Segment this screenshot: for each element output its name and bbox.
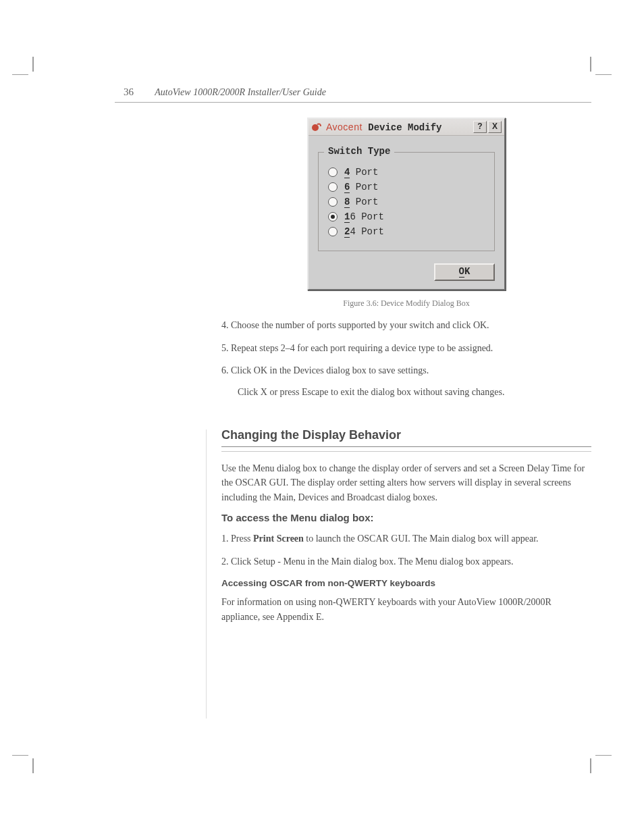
device-modify-dialog: Avocent Device Modify ? X Switch Type [307,118,506,290]
step-5: 5. Repeat steps 2–4 for each port requir… [221,341,591,356]
non-qwerty-para: For information on using non-QWERTY keyb… [221,595,591,624]
dialog-button-row: OK [308,258,504,289]
section-intro: Use the Menu dialog box to change the di… [221,461,591,505]
page-number: 36 [115,86,134,98]
radio-6-port[interactable]: 6 Port [328,182,485,192]
heading-rule-dark [221,446,591,447]
crop-mark-top-right [585,57,612,84]
radio-icon [328,197,338,207]
dialog-titlebar: Avocent Device Modify ? X [308,119,504,136]
radio-24-port[interactable]: 24 Port [328,226,485,237]
crop-mark-bottom-left [12,746,39,773]
group-legend: Switch Type [325,146,393,157]
close-button[interactable]: X [488,121,502,133]
radio-icon-checked [328,212,338,221]
running-head: 36 AutoView 1000R/2000R Installer/User G… [115,86,591,98]
step-6-alt: Click X or press Escape to exit the dial… [238,385,591,400]
svg-point-0 [312,124,319,131]
step-4: 4. Choose the number of ports supported … [221,318,591,333]
crop-mark-top-left [12,57,39,84]
menu-step-2: 2. Click Setup - Menu in the Main dialog… [221,554,591,569]
heading-rule-light [221,451,591,452]
title-rest: Device Modify [368,122,441,133]
radio-icon [328,182,338,192]
section-heading: Changing the Display Behavior [221,428,591,442]
print-screen-key: Print Screen [253,533,304,544]
figure-wrap: Avocent Device Modify ? X Switch Type [221,118,591,309]
dialog-title: Avocent Device Modify [326,122,472,133]
subhead-non-qwerty: Accessing OSCAR from non-QWERTY keyboard… [221,578,591,588]
brand-text: Avocent [326,122,363,132]
running-head-title: AutoView 1000R/2000R Installer/User Guid… [155,87,326,97]
crop-mark-bottom-right [585,746,612,773]
help-button[interactable]: ? [473,121,487,133]
step-6: 6. Click OK in the Devices dialog box to… [221,363,591,378]
ok-button[interactable]: OK [434,263,495,281]
app-icon [311,122,322,132]
radio-16-port[interactable]: 16 Port [328,211,485,222]
figure-caption: Figure 3.6: Device Modify Dialog Box [221,298,591,309]
radio-8-port[interactable]: 8 Port [328,197,485,207]
menu-step-1: 1. Press Print Screen to launch the OSCA… [221,531,591,546]
radio-icon [328,227,338,236]
switch-type-group: Switch Type 4 Port 6 Port 8 Port [318,152,495,251]
header-rule [115,102,591,103]
subsection-heading: To access the Menu dialog box: [221,512,591,523]
dialog-body: Switch Type 4 Port 6 Port 8 Port [308,136,504,258]
radio-4-port[interactable]: 4 Port [328,167,485,178]
page-body: 36 AutoView 1000R/2000R Installer/User G… [115,86,591,631]
radio-icon [328,167,338,177]
content-column: Avocent Device Modify ? X Switch Type [221,118,591,625]
